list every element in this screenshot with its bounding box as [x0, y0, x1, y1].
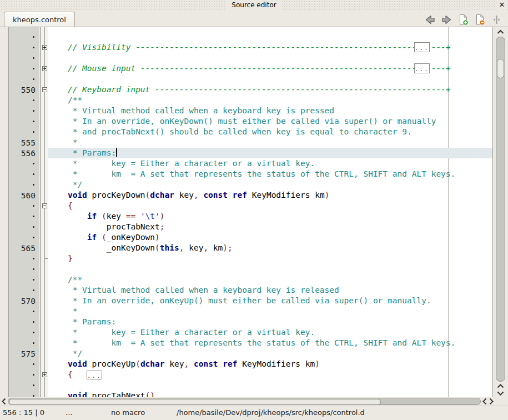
- code-token: *: [48, 307, 77, 316]
- fold-collapse-icon[interactable]: [42, 87, 47, 92]
- code-token: ): [325, 191, 330, 199]
- scroll-up-bottom-icon[interactable]: [493, 383, 508, 389]
- code-line[interactable]: * In an override, onKeyUp() must either …: [48, 296, 492, 306]
- horizontal-scroll-track[interactable]: [8, 398, 481, 405]
- code-line[interactable]: * In an override, onKeyDown() must eithe…: [48, 116, 492, 127]
- code-line[interactable]: void procKeyDown(dchar key, const ref Ke…: [48, 190, 492, 201]
- code-line[interactable]: * km = A set that represents the status …: [48, 169, 492, 179]
- gutter-dot: [9, 74, 39, 84]
- code-token: */: [48, 349, 82, 358]
- tab-kheops-control[interactable]: kheops.control: [4, 12, 75, 27]
- code-line[interactable]: if (key == '\t'): [48, 211, 492, 222]
- code-line[interactable]: /**: [48, 274, 492, 285]
- code-line[interactable]: *: [48, 306, 492, 317]
- new-document-button[interactable]: [457, 14, 469, 26]
- code-token: KeyModifiers km: [247, 191, 325, 199]
- gutter-line-number: 560: [9, 190, 39, 201]
- code-editor[interactable]: 550555556560565570575 // Visibility ----…: [0, 27, 508, 397]
- code-line[interactable]: procTabNext;: [48, 222, 492, 232]
- code-line[interactable]: }: [48, 253, 492, 264]
- scroll-left-right-icon[interactable]: [481, 397, 487, 406]
- fold-row: [41, 338, 48, 348]
- collapsed-code-ellipsis[interactable]: ...: [414, 63, 430, 73]
- current-code-line[interactable]: * Params:: [48, 148, 492, 158]
- code-line[interactable]: [48, 53, 492, 63]
- code-line[interactable]: void procTabNext(): [48, 391, 492, 397]
- fold-row: [41, 42, 48, 53]
- code-line[interactable]: *: [48, 137, 492, 148]
- code-line[interactable]: * Virtual method called when a keyboard …: [48, 106, 492, 116]
- editor-left-margin: [0, 27, 9, 397]
- tab-bar: kheops.control: [0, 10, 508, 27]
- code-token: if: [87, 212, 97, 221]
- code-line[interactable]: {: [48, 201, 492, 211]
- fold-collapse-icon[interactable]: [42, 203, 47, 208]
- code-token: ref: [223, 359, 237, 368]
- fold-row: [41, 348, 48, 359]
- code-line[interactable]: /**: [48, 95, 492, 106]
- horizontal-scrollbar[interactable]: [0, 397, 508, 406]
- code-token: procTabNext: [87, 391, 145, 397]
- gutter-line-number: 565: [9, 243, 39, 253]
- gutter-dot: [9, 338, 39, 348]
- code-line[interactable]: // Keyboard input ----------------------…: [48, 84, 492, 95]
- code-line[interactable]: [48, 74, 492, 84]
- code-line[interactable]: * and procTabNext() should be called whe…: [48, 127, 492, 137]
- fold-row: [41, 95, 48, 106]
- collapsed-code-ellipsis[interactable]: ...: [87, 371, 102, 379]
- code-token: KeyModifiers km: [238, 359, 315, 368]
- scroll-left-icon[interactable]: [1, 397, 7, 406]
- code-token: [135, 212, 140, 221]
- close-document-button[interactable]: [474, 14, 486, 26]
- code-line[interactable]: * key = Either a character or a virtual …: [48, 158, 492, 169]
- fold-expand-icon[interactable]: [42, 66, 47, 71]
- code-line[interactable]: {...: [48, 369, 492, 380]
- vertical-scrollbar[interactable]: [493, 27, 508, 397]
- fold-expand-icon[interactable]: [42, 372, 47, 377]
- code-area[interactable]: // Visibility --------------------------…: [48, 27, 493, 397]
- tab-label: kheops.control: [13, 16, 66, 24]
- code-line[interactable]: */: [48, 348, 492, 359]
- code-line[interactable]: * km = A set that represents the status …: [48, 338, 492, 348]
- gutter-dot: [9, 380, 39, 391]
- fold-row: [41, 127, 48, 137]
- code-line[interactable]: [48, 264, 492, 274]
- code-token: procKeyUp: [87, 359, 135, 368]
- vertical-scroll-thumb[interactable]: [497, 59, 504, 78]
- code-line[interactable]: _onKeyDown(this, key, km);: [48, 243, 492, 253]
- title-bar[interactable]: Source editor ✕: [0, 0, 508, 10]
- split-view-button[interactable]: [491, 14, 502, 26]
- fold-row: [41, 359, 48, 369]
- scroll-up-icon[interactable]: [493, 28, 508, 36]
- gutter-dot: [9, 369, 39, 380]
- gutter-dot: [9, 285, 39, 296]
- fold-bar[interactable]: [41, 27, 48, 397]
- fold-expand-icon[interactable]: [42, 45, 47, 50]
- forward-button[interactable]: [441, 14, 452, 26]
- close-icon[interactable]: ✕: [497, 0, 506, 10]
- document-add-icon: [457, 14, 469, 26]
- code-line[interactable]: */: [48, 179, 492, 190]
- back-button[interactable]: [424, 14, 436, 26]
- collapsed-code-ellipsis[interactable]: ...: [414, 42, 430, 52]
- code-line[interactable]: * Virtual method called when a keyboard …: [48, 285, 492, 296]
- scroll-down-icon[interactable]: [493, 390, 508, 397]
- code-line[interactable]: [48, 380, 492, 391]
- code-token: if: [87, 233, 97, 242]
- code-token: /**: [48, 96, 82, 104]
- code-token: * Params:: [48, 317, 116, 326]
- code-line[interactable]: [48, 32, 492, 42]
- code-line[interactable]: if (_onKeyDown): [48, 232, 492, 243]
- vertical-scroll-track[interactable]: [496, 37, 505, 382]
- code-line[interactable]: void procKeyUp(dchar key, const ref KeyM…: [48, 359, 492, 369]
- code-token: ref: [233, 191, 247, 199]
- code-token: [48, 391, 68, 397]
- code-token: {: [68, 370, 73, 379]
- code-line[interactable]: * Params:: [48, 317, 492, 327]
- code-token: [228, 191, 233, 199]
- horizontal-scroll-thumb[interactable]: [9, 399, 381, 405]
- gutter-dot: [9, 179, 39, 190]
- code-token: [48, 43, 68, 52]
- code-line[interactable]: * key = Either a character or a virtual …: [48, 327, 492, 338]
- scroll-right-icon[interactable]: [488, 397, 494, 406]
